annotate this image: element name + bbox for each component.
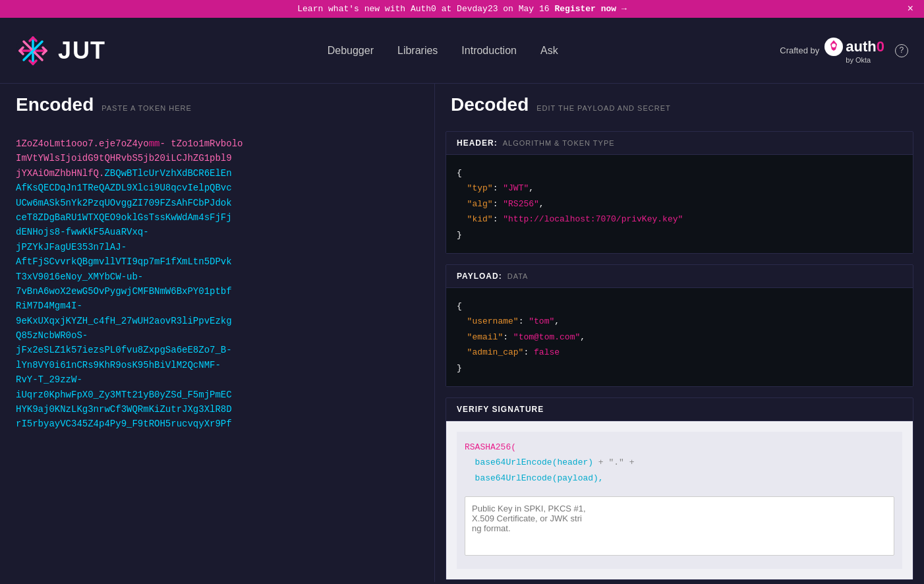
logo-icon [16,34,50,68]
verify-section-title: VERIFY SIGNATURE [457,405,544,414]
payload-section: PAYLOAD: DATA { "username": "tom", "emai… [446,264,913,387]
crafted-area: Crafted by auth0 by Okta ? [780,38,908,64]
encoded-content[interactable]: 1ZoZ4oLmt1ooo7.eje7oZ4yomm- tZo1o1mRvbol… [0,126,434,582]
header-section: HEADER: ALGORITHM & TOKEN TYPE { "typ": … [446,131,913,254]
encoded-header: Encoded PASTE A TOKEN HERE [0,84,434,126]
decoded-panel: Decoded EDIT THE PAYLOAD AND SECRET HEAD… [435,84,924,582]
verify-section-header: VERIFY SIGNATURE [446,398,913,421]
sig-base1: base64UrlEncode(header) [475,457,593,467]
verify-section: VERIFY SIGNATURE RSASHA256( base64UrlEnc… [446,397,913,581]
payload-section-body: { "username": "tom", "email": "tom@tom.c… [446,288,913,386]
auth0-logo: auth0 by Okta [824,38,884,64]
encoded-subtitle: PASTE A TOKEN HERE [101,104,192,112]
main-nav: Debugger Libraries Introduction Ask [105,45,780,57]
payload-section-title: PAYLOAD: [457,272,502,281]
auth0-text: auth0 [846,38,884,55]
header: JUT Debugger Libraries Introduction Ask … [0,18,924,84]
auth0-icon [824,38,843,56]
header-section-title: HEADER: [457,138,498,148]
nav-introduction[interactable]: Introduction [461,45,517,57]
help-icon[interactable]: ? [895,44,908,57]
encoded-title: Encoded [16,94,94,115]
main-content: Encoded PASTE A TOKEN HERE 1ZoZ4oLmt1ooo… [0,84,924,582]
logo-text: JUT [58,37,105,65]
sig-base2: base64UrlEncode(payload), [475,473,604,483]
token-payload: ZBQwBTlcUrVzhXdBCR6ElEnAfKsQECDqJn1TReQA… [16,168,232,430]
nav-libraries[interactable]: Libraries [397,45,438,57]
svg-point-14 [832,44,836,47]
sig-func: RSASHA256( [465,442,516,452]
logo-area: JUT [16,34,105,68]
payload-section-subtitle: DATA [507,272,529,280]
signature-textarea[interactable] [465,496,894,556]
nav-ask[interactable]: Ask [540,45,558,57]
decoded-header: Decoded EDIT THE PAYLOAD AND SECRET [435,84,924,126]
verify-section-body: RSASHA256( base64UrlEncode(header) + "."… [446,421,913,580]
nav-debugger[interactable]: Debugger [328,45,374,57]
payload-section-header: PAYLOAD: DATA [446,265,913,288]
header-section-header: HEADER: ALGORITHM & TOKEN TYPE [446,132,913,155]
header-section-subtitle: ALGORITHM & TOKEN TYPE [503,139,615,147]
encoded-panel: Encoded PASTE A TOKEN HERE 1ZoZ4oLmt1ooo… [0,84,435,582]
decoded-title: Decoded [451,94,529,115]
okta-text: by Okta [846,56,871,64]
banner-message: Learn what's new with Auth0 at Devday23 … [297,4,549,14]
banner-close-button[interactable]: × [907,3,913,15]
announcement-banner: Learn what's new with Auth0 at Devday23 … [0,0,924,18]
header-section-body: { "typ": "JWT", "alg": "RS256", "kid": "… [446,155,913,253]
sig-plus: + "." + [598,457,635,467]
crafted-label: Crafted by [780,45,819,55]
decoded-subtitle: EDIT THE PAYLOAD AND SECRET [536,104,670,112]
banner-text: Learn what's new with Auth0 at Devday23 … [297,4,626,14]
auth0-brand: auth0 [824,38,884,56]
banner-link[interactable]: Register now → [555,4,627,14]
